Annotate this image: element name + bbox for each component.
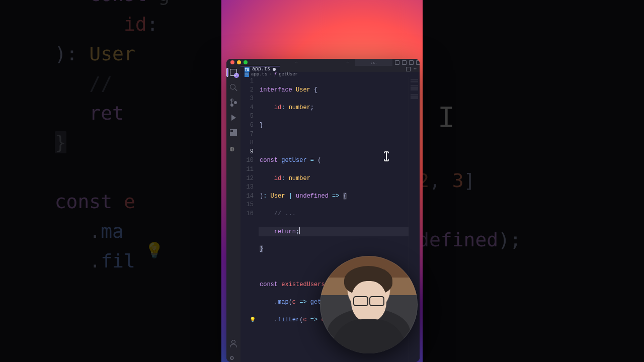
breadcrumb-file[interactable]: app.ts [251,72,267,77]
titlebar[interactable]: ← → ⌕ ts-5-5 [226,59,420,66]
close-window-button[interactable] [230,60,234,64]
toggle-sidebar-icon[interactable] [402,60,407,65]
customize-layout-icon[interactable] [416,60,420,65]
lightbulb-icon[interactable]: ◍ [230,144,237,151]
dirty-indicator-icon [273,68,276,71]
settings-gear-icon[interactable] [230,355,237,362]
toggle-secondary-icon[interactable] [409,60,414,65]
breadcrumb-symbol[interactable]: getUser [279,72,298,77]
tab-app-ts[interactable]: TS app.ts [240,66,280,72]
breadcrumb-bar[interactable]: TS app.ts › ƒ getUser [240,72,420,77]
toggle-panel-icon[interactable] [395,60,399,65]
search-icon[interactable] [230,84,237,91]
ghost-lightbulb-icon: 💡 [145,241,164,260]
code-action-lightbulb-icon[interactable]: 💡 [250,316,256,325]
typescript-file-icon: TS [245,67,250,72]
tab-label: app.ts [252,66,270,72]
mouse-text-cursor-icon [383,151,389,161]
background-right-crop: 𝙸 2, 3] defined); [423,0,644,362]
extensions-icon[interactable] [230,129,237,136]
tab-bar: TS app.ts ⋯ [240,66,420,72]
more-actions-icon[interactable]: ⋯ [414,66,417,72]
nav-forward-icon[interactable]: → [346,60,348,65]
run-debug-icon[interactable] [230,114,237,121]
source-control-icon[interactable] [230,99,237,106]
presenter-webcam-overlay [320,256,418,353]
accounts-icon[interactable] [230,340,237,347]
minimize-window-button[interactable] [237,60,241,64]
split-editor-icon[interactable] [406,67,411,71]
explorer-badge: 1 [234,73,239,78]
nav-back-icon[interactable]: ← [295,60,298,65]
tab-actions: ⋯ [403,66,420,72]
breadcrumb-file-icon: TS [245,72,249,77]
breadcrumb-symbol-icon: ƒ [274,72,277,77]
ghost-code-right-2: 2, 3] defined); [423,166,521,255]
breadcrumb-separator-icon: › [269,72,272,77]
ghost-text-cursor-icon: 𝙸 [438,101,455,135]
text-cursor [299,227,300,234]
explorer-icon[interactable]: 1 [230,69,237,76]
zoom-window-button[interactable] [244,60,248,64]
activity-bar: 1 ◍ [226,66,240,362]
background-left-crop: const g id: ): User // ret } const e .ma… [0,0,221,362]
layout-controls [395,60,420,65]
window-controls [230,60,248,64]
